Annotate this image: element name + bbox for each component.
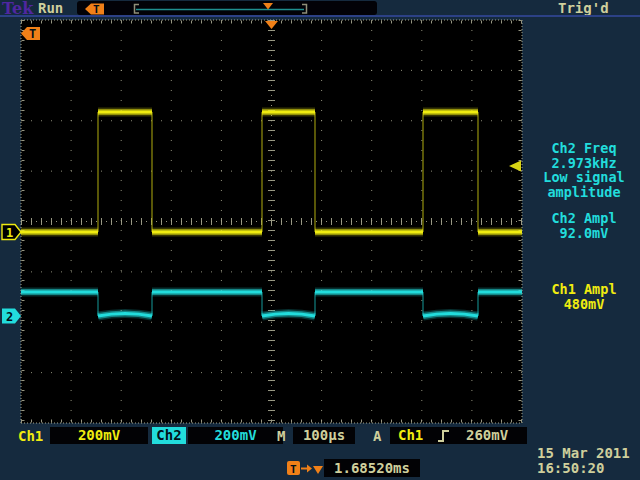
ch2-badge-label: 2 bbox=[6, 310, 13, 324]
trigger-readout[interactable]: Ch1 260mV bbox=[390, 427, 527, 444]
delay-indicator: T bbox=[287, 461, 323, 476]
date-label: 15 Mar 2011 bbox=[537, 446, 630, 461]
ch2-label[interactable]: Ch2 bbox=[152, 427, 186, 444]
measurement-ch2-ampl: Ch2 Ampl 92.0mV bbox=[528, 211, 640, 240]
measurement-line: Low signal bbox=[528, 170, 640, 185]
ch1-scale-readout[interactable]: 200mV bbox=[50, 427, 148, 444]
status-bar: Ch1 200mV Ch2 200mV M 100µs A Ch1 260mV bbox=[0, 426, 640, 445]
measurement-line: Ch2 Freq bbox=[528, 141, 640, 156]
trigger-source: Ch1 bbox=[398, 427, 423, 444]
oscilloscope-screen: Tek Run T Trig'd T 1 bbox=[0, 0, 640, 480]
measurement-line: 2.973kHz bbox=[528, 156, 640, 171]
trigger-mode-label: A bbox=[373, 428, 381, 445]
ch2-ground-badge[interactable]: 2 bbox=[2, 309, 21, 325]
measurement-ch2-freq: Ch2 Freq 2.973kHz Low signal amplitude bbox=[528, 141, 640, 199]
trigger-level-readout: 260mV bbox=[466, 427, 508, 444]
measurement-line: 480mV bbox=[528, 297, 640, 312]
ch1-ground-badge[interactable]: 1 bbox=[2, 225, 21, 241]
ch2-scale-readout[interactable]: 200mV bbox=[188, 427, 283, 444]
trigger-time-marker-label: T bbox=[29, 27, 36, 41]
timebase-label: M bbox=[277, 428, 285, 445]
graticule-svg: T 1 2 T bbox=[0, 0, 640, 480]
measurement-line: Ch2 Ampl bbox=[528, 211, 640, 226]
measurement-ch1-ampl: Ch1 Ampl 480mV bbox=[528, 282, 640, 311]
datetime: 15 Mar 2011 16:50:20 bbox=[537, 446, 630, 475]
rising-slope-icon bbox=[437, 429, 451, 443]
timebase-readout[interactable]: 100µs bbox=[293, 427, 355, 444]
delay-t-icon-label: T bbox=[290, 463, 297, 476]
delay-down-triangle-icon bbox=[313, 466, 323, 474]
time-label: 16:50:20 bbox=[537, 461, 630, 476]
ch1-label[interactable]: Ch1 bbox=[18, 428, 43, 445]
measurement-line: amplitude bbox=[528, 185, 640, 200]
delay-arrow-head-icon bbox=[307, 465, 312, 473]
ch1-badge-label: 1 bbox=[6, 226, 13, 240]
delay-value: 1.68520ms bbox=[334, 460, 410, 476]
measurement-line: 92.0mV bbox=[528, 226, 640, 241]
delay-readout[interactable]: 1.68520ms bbox=[324, 459, 420, 477]
measurement-line: Ch1 Ampl bbox=[528, 282, 640, 297]
